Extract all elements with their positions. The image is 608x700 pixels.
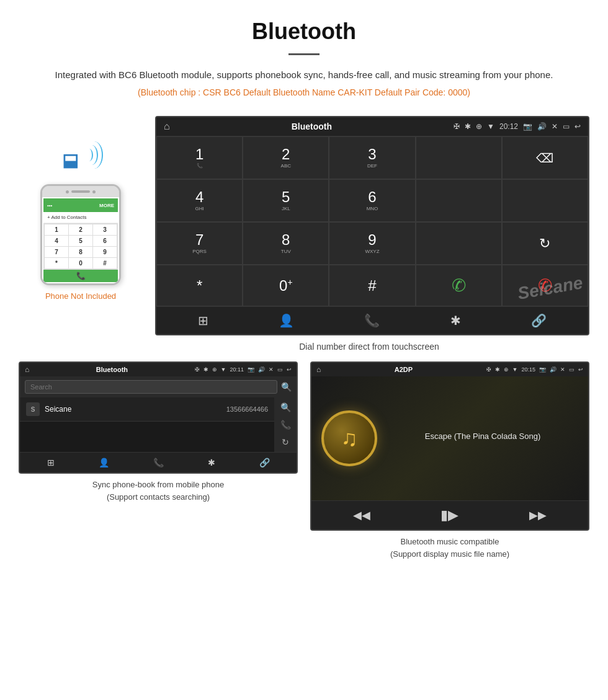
car-screen-main: ⌂ Bluetooth ✠ ✱ ⊕ ▼ 20:12 📷 🔊 ✕ ▭ ↩ 1 📞 [155,116,589,335]
status-time: 20:12 [499,122,518,131]
play-pause-btn[interactable]: ▮▶ [440,507,458,523]
dial-empty-1 [416,136,502,179]
dial-key-hash[interactable]: # [329,265,415,306]
next-track-btn[interactable]: ▶▶ [529,508,547,522]
dial-key-4[interactable]: 4 GHI [156,179,243,222]
pb-cam-icon: 📷 [248,366,254,373]
dial-backspace-btn[interactable]: ⌫ [502,136,588,179]
music-x-icon: ✕ [560,366,565,373]
pb-back-icon[interactable]: ↩ [287,366,292,373]
dial-key-5[interactable]: 5 JKL [243,179,329,222]
main-content-area: ⬓ ••• MORE + Add to Contacts 1 [0,116,608,335]
music-bt-icon: ✱ [495,366,500,373]
pb-wifi-icon: ▼ [221,366,226,373]
phonebook-main-area: S Seicane 13566664466 🔍 📞 ↻ [20,397,297,452]
phonebook-sidebar: 🔍 📞 ↻ [274,397,297,452]
dial-key-1[interactable]: 1 📞 [156,136,243,179]
home-icon[interactable]: ⌂ [164,121,170,132]
dial-empty-4 [416,222,502,265]
phone-top-bar [42,186,119,197]
phone-key-star: * [45,258,68,268]
dial-key-7[interactable]: 7 PQRS [156,222,243,265]
phone-key-1: 1 [45,224,68,235]
nav-link-icon[interactable]: 🔗 [531,313,547,328]
phone-screen: ••• MORE + Add to Contacts 1 2 3 4 5 6 7… [42,197,119,283]
music-screenshot-block: ⌂ A2DP ✠ ✱ ⊕ ▼ 20:15 📷 🔊 ✕ ▭ ↩ ♫ Escape … [310,361,589,560]
pb-nav-grid[interactable]: ⊞ [47,458,55,467]
volume-icon[interactable]: 🔊 [537,122,547,131]
music-screen: ⌂ A2DP ✠ ✱ ⊕ ▼ 20:15 📷 🔊 ✕ ▭ ↩ ♫ Escape … [310,361,589,531]
music-main-content: ♫ Escape (The Pina Colada Song) [311,376,588,500]
pb-bt-icon: ✱ [203,366,208,373]
title-divider [288,53,320,55]
pb-nav-contacts[interactable]: 👤 [99,458,109,467]
nav-bluetooth-icon[interactable]: ✱ [450,313,461,328]
music-track-area: Escape (The Pina Colada Song) [387,432,578,446]
phonebook-screen: ⌂ Bluetooth ✠ ✱ ⊕ ▼ 20:11 📷 🔊 ✕ ▭ ↩ 🔍 [19,361,298,474]
pb-x-icon: ✕ [269,366,274,373]
phone-dot [66,190,69,193]
music-back-icon[interactable]: ↩ [578,366,583,373]
music-home-icon[interactable]: ⌂ [316,365,321,374]
pb-nav-link[interactable]: 🔗 [259,458,270,467]
pb-nav-bt[interactable]: ✱ [208,458,215,467]
sidebar-call-icon[interactable]: 📞 [280,420,291,430]
car-bottom-nav: ⊞ 👤 📞 ✱ 🔗 [156,306,588,334]
pb-time: 20:11 [230,366,244,373]
pb-loc-icon: ⊕ [212,366,217,373]
dial-caption: Dial number direct from touchscreen [0,342,608,352]
dial-key-3[interactable]: 3 DEF [329,136,415,179]
nav-grid-icon[interactable]: ⊞ [198,313,208,328]
music-vol-icon: 🔊 [550,366,557,373]
window-icon[interactable]: ▭ [563,122,570,131]
dial-call-btn[interactable]: ✆ [416,265,502,306]
dial-refresh-btn[interactable]: ↻ [502,222,588,265]
music-time: 20:15 [521,366,535,373]
music-controls: ◀◀ ▮▶ ▶▶ [311,500,588,529]
pb-nav-call[interactable]: 📞 [153,458,164,467]
prev-track-btn[interactable]: ◀◀ [353,508,370,522]
pb-vol-icon: 🔊 [258,366,265,373]
music-title: A2DP [324,366,482,373]
nav-call-icon[interactable]: 📞 [364,313,380,328]
dial-empty-2 [416,179,502,222]
dial-end-call-btn[interactable]: ✆ [502,265,588,306]
search-icon[interactable]: 🔍 [281,382,292,392]
close-icon[interactable]: ✕ [552,122,558,131]
dial-key-9[interactable]: 9 WXYZ [329,222,415,265]
bottom-screenshots: ⌂ Bluetooth ✠ ✱ ⊕ ▼ 20:11 📷 🔊 ✕ ▭ ↩ 🔍 [0,361,608,560]
sidebar-refresh-icon[interactable]: ↻ [282,437,289,447]
dialpad-grid: 1 📞 2 ABC 3 DEF ⌫ 4 GHI [156,136,588,306]
music-wifi-icon: ▼ [512,366,518,373]
car-status-bar: ⌂ Bluetooth ✠ ✱ ⊕ ▼ 20:12 📷 🔊 ✕ ▭ ↩ [156,117,588,136]
dial-key-0[interactable]: 0+ [243,265,329,306]
phone-key-5: 5 [69,236,92,246]
music-loc-icon: ⊕ [504,366,509,373]
dial-key-2[interactable]: 2 ABC [243,136,329,179]
car-dialpad-screen: ⌂ Bluetooth ✠ ✱ ⊕ ▼ 20:12 📷 🔊 ✕ ▭ ↩ 1 📞 [155,116,589,335]
phone-bottom-bar: 📞 [43,270,118,282]
phonebook-search-input[interactable] [25,380,277,394]
phone-key-hash: # [93,258,117,268]
camera-icon[interactable]: 📷 [523,122,532,131]
phone-key-3: 3 [93,224,117,235]
phone-green-bar: ••• MORE [43,198,118,212]
page-description: Integrated with BC6 Bluetooth module, su… [37,68,571,82]
pb-home-icon[interactable]: ⌂ [25,365,29,374]
phone-speaker [71,190,90,193]
back-icon[interactable]: ↩ [574,122,581,131]
phonebook-caption: Sync phone-book from mobile phone(Suppor… [92,479,224,503]
call-green-icon: ✆ [452,275,466,296]
sidebar-search-icon[interactable]: 🔍 [280,402,291,412]
phone-dialpad: 1 2 3 4 5 6 7 8 9 * 0 # [43,223,118,270]
dial-key-8[interactable]: 8 TUV [243,222,329,265]
contact-row[interactable]: S Seicane 13566664466 [20,397,274,422]
dial-key-star[interactable]: * [156,265,243,306]
phone-key-9: 9 [93,247,117,257]
phone-key-6: 6 [93,236,117,246]
phone-dot-2 [92,190,96,193]
nav-contacts-icon[interactable]: 👤 [279,313,294,328]
pb-usb-icon: ✠ [195,366,200,373]
song-title: Escape (The Pina Colada Song) [425,432,540,441]
dial-key-6[interactable]: 6 MNO [329,179,415,222]
